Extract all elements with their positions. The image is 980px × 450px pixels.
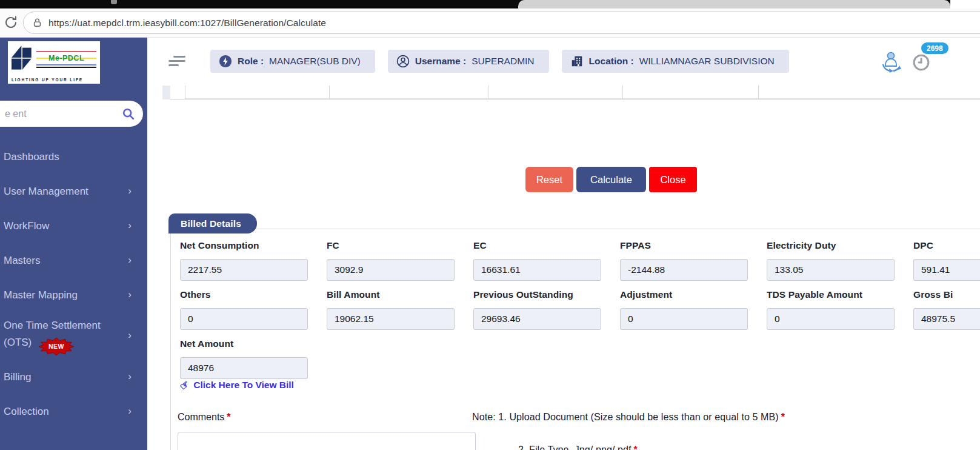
comments-section: Comments* (178, 412, 231, 423)
required-asterisk: * (634, 445, 638, 450)
browser-tabstrip (0, 0, 980, 8)
notification-count-badge: 2698 (921, 42, 948, 54)
action-buttons: Reset Calculate Close (525, 167, 697, 192)
location-badge: Location :WILLIAMNAGAR SUBDIVISION (562, 50, 789, 73)
sidebar-item-user-management[interactable]: User Management › (0, 174, 147, 209)
table-remnant (162, 86, 980, 99)
comments-textarea[interactable] (178, 432, 476, 450)
bill-generation-page: https://uat.mepdcl.trm.ieasybill.com:102… (0, 0, 980, 450)
net-amount-input[interactable] (180, 357, 308, 379)
logo-black-line (36, 67, 96, 68)
others-input[interactable] (180, 308, 308, 330)
electricity-duty-input[interactable] (767, 259, 895, 281)
field-ec: EC (473, 240, 601, 281)
tabstrip-end (950, 0, 980, 8)
reset-button[interactable]: Reset (525, 167, 573, 192)
bolt-icon (219, 55, 232, 68)
chevron-right-icon: › (128, 220, 132, 232)
net-consumption-input[interactable] (180, 259, 308, 281)
billed-details-grid: Net Consumption FC EC FPPAS Electricity … (180, 240, 980, 379)
previous-outstanding-input[interactable] (473, 308, 601, 330)
logo-mark-icon (12, 44, 33, 71)
chevron-right-icon: › (128, 405, 132, 417)
tds-payable-input[interactable] (767, 308, 895, 330)
switch-user-icon[interactable] (878, 50, 903, 76)
upload-note: Note: 1. Upload Document (Size should be… (472, 412, 785, 423)
sidebar-item-dashboards[interactable]: Dashboards (0, 139, 147, 174)
fc-input[interactable] (327, 259, 455, 281)
field-fppas: FPPAS (620, 240, 748, 281)
field-others: Others (180, 289, 308, 330)
role-badge: Role :MANAGER(SUB DIV) (210, 50, 375, 73)
logo-blue-line (36, 64, 96, 65)
url-text: https://uat.mepdcl.trm.ieasybill.com:102… (48, 18, 326, 29)
comments-label: Comments (178, 412, 224, 422)
browser-toolbar: https://uat.mepdcl.trm.ieasybill.com:102… (0, 8, 980, 38)
field-dpc: DPC (913, 240, 980, 281)
main-header: Role :MANAGER(SUB DIV) Username :SUPERAD… (147, 38, 980, 85)
required-asterisk: * (227, 412, 230, 422)
field-net-amount: Net Amount (180, 338, 308, 379)
field-fc: FC (327, 240, 455, 281)
pointing-hand-icon: ☞ (178, 378, 191, 392)
billed-details-title: Billed Details (168, 213, 257, 233)
tab-divider (111, 0, 117, 4)
sidebar-search (0, 101, 143, 127)
field-previous-outstanding: Previous OutStanding (473, 289, 601, 330)
gross-bill-input[interactable] (913, 308, 980, 330)
logo-name: Me-PDCL (36, 54, 96, 62)
field-net-consumption: Net Consumption (180, 240, 308, 281)
ec-input[interactable] (473, 259, 601, 281)
chevron-right-icon: › (128, 329, 132, 341)
sidebar: Me-PDCL LIGHTING UP YOUR LIFE Dashboards… (0, 38, 147, 450)
field-tds-payable: TDS Payable Amount (767, 289, 895, 330)
dpc-input[interactable] (913, 259, 980, 281)
url-bar[interactable]: https://uat.mepdcl.trm.ieasybill.com:102… (23, 12, 980, 34)
chevron-right-icon: › (128, 185, 132, 197)
sidebar-item-workflow[interactable]: WorkFlow › (0, 209, 147, 243)
logo-red-line (36, 51, 96, 52)
bill-amount-input[interactable] (327, 308, 455, 330)
field-adjustment: Adjustment (620, 289, 748, 330)
view-bill-link[interactable]: ☞ Click Here To View Bill (180, 380, 294, 391)
user-icon (396, 55, 410, 68)
sidebar-item-collection[interactable]: Collection › (0, 394, 147, 429)
sidebar-item-billing[interactable]: Billing › (0, 360, 147, 394)
building-icon (570, 55, 584, 68)
browser-tab[interactable] (518, 0, 950, 8)
sidebar-item-masters[interactable]: Masters › (0, 243, 147, 278)
chevron-right-icon: › (128, 254, 132, 266)
close-button[interactable]: Close (649, 167, 697, 192)
calculate-button[interactable]: Calculate (576, 167, 646, 192)
field-gross-bill: Gross Bi (913, 289, 980, 330)
mepdcl-logo: Me-PDCL LIGHTING UP YOUR LIFE (8, 41, 100, 84)
field-bill-amount: Bill Amount (327, 289, 455, 330)
sidebar-menu: Dashboards User Management › WorkFlow › … (0, 139, 147, 429)
search-icon[interactable] (122, 107, 135, 121)
field-electricity-duty: Electricity Duty (767, 240, 895, 281)
new-badge: NEW (38, 337, 75, 356)
adjustment-input[interactable] (620, 308, 748, 330)
logo-tagline: LIGHTING UP YOUR LIFE (12, 78, 96, 82)
reload-icon[interactable] (2, 14, 19, 32)
hamburger-menu-icon[interactable] (168, 53, 185, 69)
username-badge: Username :SUPERADMIN (388, 50, 549, 73)
chevron-right-icon: › (128, 289, 132, 301)
sidebar-item-master-mapping[interactable]: Master Mapping › (0, 278, 147, 312)
search-input[interactable] (0, 109, 122, 119)
header-badges: Role :MANAGER(SUB DIV) Username :SUPERAD… (210, 50, 789, 73)
clock-icon[interactable] (912, 53, 930, 73)
sidebar-item-ots[interactable]: One Time Settlement (OTS) NEW › (0, 312, 147, 360)
scrollbar-track[interactable] (162, 86, 170, 99)
required-asterisk: * (781, 412, 785, 422)
lock-icon (32, 18, 42, 28)
chevron-right-icon: › (128, 371, 132, 383)
fppas-input[interactable] (620, 259, 748, 281)
